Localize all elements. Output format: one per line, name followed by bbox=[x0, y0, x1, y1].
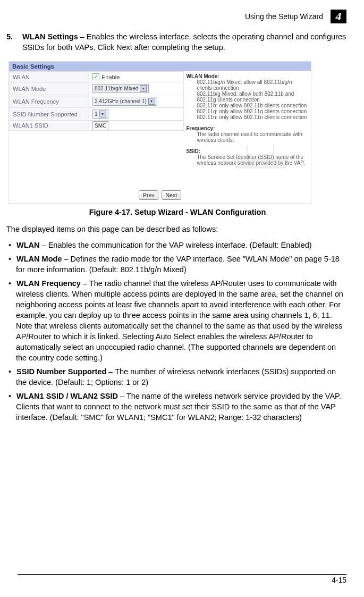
text-wlan-mode: – Defines the radio mode for the VAP int… bbox=[16, 255, 340, 274]
help-freq-title: Frequency: bbox=[186, 125, 215, 131]
term-wlan-mode: WLAN Mode bbox=[16, 255, 62, 263]
ssid-number-select[interactable]: 1 ▾ bbox=[92, 110, 108, 119]
row-mode-label: WLAN Mode bbox=[10, 82, 89, 95]
step-number: 5. bbox=[6, 32, 14, 53]
bullet-wlan-frequency: WLAN Frequency – The radio channel that … bbox=[6, 278, 346, 363]
help-freq-text: The radio channel used to communicate wi… bbox=[188, 131, 308, 143]
next-button[interactable]: Next bbox=[162, 190, 182, 200]
panel-title: Basic Settings bbox=[9, 62, 311, 71]
intro-paragraph: The displayed items on this page can be … bbox=[6, 224, 346, 234]
row-wlan-label: WLAN bbox=[10, 72, 89, 82]
settings-table: WLAN ✓ Enable WLAN Mode bbox=[9, 71, 184, 131]
bullet-wlan-ssid: WLAN1 SSID / WLAN2 SSID – The name of th… bbox=[6, 391, 346, 423]
header-title: Using the Setup Wizard bbox=[245, 12, 323, 21]
router-icon bbox=[231, 142, 295, 172]
row-freq-label: WLAN Frequency bbox=[10, 95, 89, 108]
step-5: 5. WLAN Settings – Enables the wireless … bbox=[6, 32, 346, 53]
svg-rect-0 bbox=[235, 158, 286, 168]
page-number: 4-15 bbox=[332, 576, 346, 584]
help-panel: WLAN Mode: 802.11b/g/n Mixed: allow all … bbox=[184, 71, 311, 188]
chevron-down-icon: ▾ bbox=[148, 98, 155, 105]
term-wlan: WLAN bbox=[16, 241, 40, 249]
row-wlan-value: ✓ Enable bbox=[89, 72, 184, 82]
enable-checkbox[interactable]: ✓ Enable bbox=[92, 73, 120, 80]
figure-4-17: Basic Settings WLAN ✓ Enable bbox=[9, 61, 346, 216]
text-wlan-frequency: – The radio channel that the wireless AP… bbox=[16, 279, 343, 362]
term-wlan-ssid: WLAN1 SSID / WLAN2 SSID bbox=[16, 392, 118, 400]
row-ssidnum-label: SSID Number Supported bbox=[10, 108, 89, 121]
step-text: WLAN Settings – Enables the wireless int… bbox=[22, 32, 346, 53]
step-title: WLAN Settings bbox=[22, 32, 78, 41]
help-mode-title: WLAN Mode: bbox=[186, 73, 219, 79]
figure-caption: Figure 4-17. Setup Wizard - WLAN Configu… bbox=[9, 208, 346, 216]
wlan1-ssid-input[interactable]: SMC bbox=[92, 121, 108, 130]
term-wlan-frequency: WLAN Frequency bbox=[16, 279, 81, 288]
help-mode-2: 802.11b/g Mixed: allow both 802.11b and … bbox=[188, 91, 308, 103]
help-mode-4: 802.11g: only allow 802.11g clients conn… bbox=[188, 108, 308, 114]
enable-label: Enable bbox=[101, 74, 120, 80]
bullet-ssid-number: SSID Number Supported – The number of wi… bbox=[6, 366, 346, 388]
help-mode-5: 802.11n: only allow 802.11n clients conn… bbox=[188, 114, 308, 120]
help-mode-3: 802.11b: only allow 802.11b clients conn… bbox=[188, 103, 308, 108]
bullet-list: WLAN – Enables the communication for the… bbox=[6, 240, 346, 423]
chapter-number-box: 4 bbox=[331, 10, 346, 23]
bullet-wlan: WLAN – Enables the communication for the… bbox=[6, 240, 346, 250]
wlan-frequency-select[interactable]: 2.412GHz (channel 1) ▾ bbox=[92, 97, 157, 106]
checkmark-icon: ✓ bbox=[92, 73, 99, 80]
ssid-number-value: 1 bbox=[95, 111, 98, 117]
page-footer: 4-15 bbox=[18, 574, 346, 584]
wlan-mode-select[interactable]: 802.11b/g/n Mixed ▾ bbox=[92, 84, 149, 93]
text-wlan: – Enables the communication for the VAP … bbox=[40, 241, 312, 249]
chevron-down-icon: ▾ bbox=[99, 111, 106, 117]
help-ssid-title: SSID: bbox=[186, 148, 200, 154]
wlan-frequency-value: 2.412GHz (channel 1) bbox=[95, 98, 147, 104]
bullet-wlan-mode: WLAN Mode – Defines the radio mode for t… bbox=[6, 254, 346, 275]
row-ssid-label: WLAN1 SSID bbox=[10, 121, 89, 131]
chevron-down-icon: ▾ bbox=[140, 85, 147, 92]
wlan-mode-value: 802.11b/g/n Mixed bbox=[95, 86, 138, 91]
term-ssid-number: SSID Number Supported bbox=[16, 367, 106, 376]
prev-button[interactable]: Prev bbox=[139, 190, 159, 200]
help-mode-1: 802.11b/g/n Mixed: allow all 802.11b/g/n… bbox=[188, 79, 308, 91]
